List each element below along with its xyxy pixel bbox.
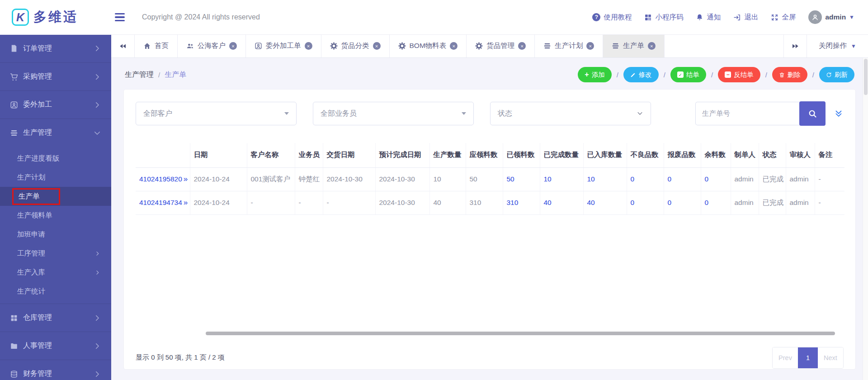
sidebar-collapse-toggle[interactable] <box>115 13 125 22</box>
sidebar-item-production-inbound[interactable]: 生产入库 <box>0 263 111 282</box>
chevron-right-icon <box>93 314 101 322</box>
sidebar-subitem-label: 生产领料单 <box>17 211 52 220</box>
close-order-button[interactable]: ✓结单 <box>670 67 706 82</box>
col-stored-qty: 已入库数量 <box>583 143 627 167</box>
chevron-right-icon <box>93 101 101 109</box>
app-window: K 多维适 Copyright @ 2024 All rights reserv… <box>0 0 868 380</box>
cell-surplus-qty-link[interactable]: 0 <box>701 191 731 214</box>
cell-completed-qty-link[interactable]: 10 <box>540 167 583 191</box>
cell-stored-qty-link[interactable]: 10 <box>583 167 627 191</box>
tab-label: 货品分类 <box>341 41 369 51</box>
gear-icon <box>398 42 406 50</box>
sidebar-item-material-requisition[interactable]: 生产领料单 <box>0 206 111 225</box>
vertical-scrollbar[interactable] <box>863 58 868 380</box>
cell-scrap-qty-link[interactable]: 0 <box>664 191 701 214</box>
table-row: 41024194734» 2024-10-24 - - - 2024-10-30… <box>136 191 844 214</box>
cell-defect-qty-link[interactable]: 0 <box>627 191 664 214</box>
sidebar-item-overtime-request[interactable]: 加班申请 <box>0 225 111 244</box>
chevron-down-icon: ▼ <box>851 43 856 49</box>
sidebar-item-process-management[interactable]: 工序管理 <box>0 244 111 263</box>
col-customer: 客户名称 <box>247 143 295 167</box>
tab-home[interactable]: 首页 <box>135 34 178 57</box>
cell-required-material: 50 <box>466 167 503 191</box>
logout-link[interactable]: 退出 <box>733 13 758 22</box>
reverse-close-label: 反结单 <box>734 71 754 79</box>
tab-goods-category[interactable]: 货品分类 × <box>321 34 390 57</box>
tab-outsourcing-order[interactable]: 委外加工单 × <box>246 34 321 57</box>
add-button[interactable]: +添加 <box>578 67 611 82</box>
salesman-filter-dropdown[interactable]: 全部业务员 <box>313 102 474 125</box>
cell-surplus-qty-link[interactable]: 0 <box>701 167 731 191</box>
brand-name: 多维适 <box>33 8 78 26</box>
sidebar-item-finance[interactable]: 财务管理 <box>0 360 111 380</box>
row-expander-icon[interactable]: » <box>184 198 188 207</box>
tab-close-icon[interactable]: × <box>305 42 312 50</box>
tab-bom-materials[interactable]: BOM物料表 × <box>390 34 467 57</box>
cell-defect-qty-link[interactable]: 0 <box>627 167 664 191</box>
reverse-close-button[interactable]: −反结单 <box>718 67 760 82</box>
sidebar-item-production-board[interactable]: 生产进度看版 <box>0 149 111 168</box>
pagination: Prev 1 Next <box>772 347 844 369</box>
customer-filter-dropdown[interactable]: 全部客户 <box>136 102 297 125</box>
tab-close-icon[interactable]: × <box>518 42 526 50</box>
tab-close-icon[interactable]: × <box>648 42 656 50</box>
close-order-label: 结单 <box>686 71 699 79</box>
sidebar-item-production[interactable]: 生产管理 <box>0 119 111 147</box>
sidebar-item-purchasing[interactable]: 采购管理 <box>0 62 111 90</box>
sidebar-item-warehouse[interactable]: 仓库管理 <box>0 304 111 332</box>
sidebar-item-hr[interactable]: 人事管理 <box>0 332 111 360</box>
status-filter-select[interactable]: 状态 <box>490 102 651 125</box>
page-1-button[interactable]: 1 <box>798 347 818 368</box>
database-icon <box>10 370 18 378</box>
tab-production-order[interactable]: 生产单 × <box>603 34 665 57</box>
tab-production-plan[interactable]: 生产计划 × <box>535 34 603 57</box>
tab-public-customers[interactable]: 公海客户 × <box>178 34 246 57</box>
col-date: 日期 <box>190 143 247 167</box>
refresh-button[interactable]: 刷新 <box>819 67 854 82</box>
tab-close-icon[interactable]: × <box>586 42 594 50</box>
triangle-down-icon <box>284 112 289 115</box>
brand-mark-icon: K <box>12 9 29 26</box>
edit-button[interactable]: 修改 <box>623 67 659 82</box>
cell-received-material-link[interactable]: 50 <box>503 167 540 191</box>
user-menu[interactable]: admin ▼ <box>808 10 854 24</box>
tab-close-icon[interactable]: × <box>229 42 237 50</box>
fullscreen-link[interactable]: 全屏 <box>771 13 796 22</box>
next-page-button[interactable]: Next <box>818 347 843 368</box>
notifications-link[interactable]: 通知 <box>696 13 721 22</box>
prev-page-button[interactable]: Prev <box>773 347 798 368</box>
cell-received-material-link[interactable]: 310 <box>503 191 540 214</box>
miniprogram-link[interactable]: 小程序码 <box>644 13 683 22</box>
tabs-scroll-right-button[interactable] <box>783 34 807 57</box>
order-no-input[interactable] <box>695 102 800 125</box>
tab-goods-management[interactable]: 货品管理 × <box>467 34 535 57</box>
sidebar-item-orders[interactable]: 订单管理 <box>0 34 111 62</box>
breadcrumb-separator: / <box>158 71 160 79</box>
col-required-material: 应领料数 <box>466 143 503 167</box>
cell-scrap-qty-link[interactable]: 0 <box>664 167 701 191</box>
order-no-link[interactable]: 41024195820 <box>139 175 182 183</box>
close-operations-dropdown[interactable]: 关闭操作 ▼ <box>807 34 868 57</box>
sidebar-item-production-order[interactable]: 生产单 <box>0 187 111 206</box>
search-button[interactable] <box>799 101 826 126</box>
chevron-right-icon <box>93 342 101 350</box>
tab-close-icon[interactable]: × <box>373 42 381 50</box>
sidebar-item-production-plan[interactable]: 生产计划 <box>0 168 111 187</box>
list-bars-icon <box>612 42 619 50</box>
cell-stored-qty-link[interactable]: 40 <box>583 191 627 214</box>
tabs-scroll-left-button[interactable] <box>111 34 135 57</box>
cell-completed-qty-link[interactable]: 40 <box>540 191 583 214</box>
sidebar-item-production-statistics[interactable]: 生产统计 <box>0 282 111 301</box>
cell-required-material: 310 <box>466 191 503 214</box>
row-expander-icon[interactable]: » <box>184 175 188 183</box>
tutorial-link[interactable]: ? 使用教程 <box>592 13 632 22</box>
expand-filters-toggle[interactable] <box>834 109 844 119</box>
scrollbar-thumb[interactable] <box>864 59 868 95</box>
salesman-filter-value: 全部业务员 <box>321 109 357 119</box>
toolbar-separator: / <box>765 71 767 79</box>
sidebar-item-outsourcing[interactable]: 委外加工 <box>0 90 111 119</box>
tab-close-icon[interactable]: × <box>450 42 458 50</box>
delete-button[interactable]: 删除 <box>772 67 807 82</box>
order-no-link[interactable]: 41024194734 <box>139 199 182 206</box>
horizontal-scrollbar[interactable] <box>206 332 835 335</box>
